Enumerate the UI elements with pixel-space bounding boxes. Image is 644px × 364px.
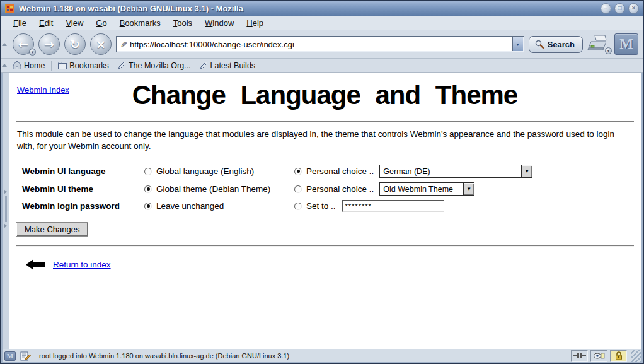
image-manager-indicator[interactable] [590,350,607,362]
password-set-radio[interactable] [294,203,302,210]
reload-button[interactable]: ↻ [64,33,86,55]
theme-select[interactable]: Old Webmin Theme ▼ [379,182,474,196]
forward-icon: → [44,37,54,51]
password-row-label: Webmin login password [22,201,144,211]
sidebar-splitter[interactable] [3,73,9,349]
chevron-down-icon[interactable]: ▼ [521,165,532,177]
toolbar-grippy[interactable] [1,30,8,58]
forward-button[interactable]: → [38,33,60,55]
chevron-down-icon: ▾ [517,42,519,47]
url-history-dropdown[interactable]: ▾ [512,37,523,51]
content-frame: Webmin Index Change Language and Theme T… [1,73,643,349]
bookmark-bookmarks[interactable]: Bookmarks [54,60,113,71]
bookmark-mozilla-org[interactable]: The Mozilla Org... [113,60,195,71]
home-icon [13,61,21,69]
maximize-button[interactable]: □ [614,3,625,14]
password-field[interactable] [342,200,444,212]
composer-component-icon[interactable] [18,351,32,361]
stop-icon: × [96,37,106,51]
expand-icon [4,189,7,194]
theme-personal-radio[interactable] [294,185,302,193]
app-window-icon [5,4,14,13]
left-arrow-icon [26,259,45,270]
online-status-indicator[interactable] [571,350,588,362]
bookmark-tag-icon [200,61,208,69]
language-global-option: Global language (English) [144,167,294,176]
print-dropdown[interactable]: ▾ [605,47,612,54]
close-button[interactable]: × [628,3,639,14]
theme-personal-label: Personal choice .. [306,184,374,194]
make-changes-button[interactable]: Make Changes [16,222,88,237]
menu-file[interactable]: File [7,16,33,30]
language-row-label: Webmin UI language [22,167,144,176]
menu-tools[interactable]: Tools [167,16,198,30]
browser-window: Webmin 1.180 on wasabi (Debian GNU/Linux… [0,0,644,364]
back-icon: ← [18,37,28,51]
language-personal-radio[interactable] [294,168,302,175]
bookmark-latest-builds[interactable]: Latest Builds [195,60,260,71]
plug-icon [573,353,586,359]
language-select-value: German (DE) [383,167,430,176]
back-button[interactable]: ← ▾ [13,33,34,55]
status-bar: M root logged into Webmin 1.180 on wasab… [1,349,643,363]
change-user-form: Webmin UI language Global language (Engl… [22,165,634,212]
sidebar-splitter-grippy[interactable] [4,189,7,228]
search-button-label: Search [548,40,575,49]
reload-icon: ↻ [70,37,80,51]
bookmark-tag-icon [118,61,126,69]
menu-help[interactable]: Help [240,16,270,30]
chevron-down-icon[interactable]: ▼ [463,183,474,195]
divider [16,245,634,247]
navigation-toolbar: ← ▾ → ↻ × ✎ ▾ Search [1,30,643,59]
bookmarks-toolbar: Home Bookmarks The Mozilla Org... Latest… [1,59,643,73]
divider [16,121,634,122]
window-title: Webmin 1.180 on wasabi (Debian GNU/Linux… [19,4,596,13]
menu-bar: File Edit View Go Bookmarks Tools Window… [1,16,643,30]
webmin-index-link[interactable]: Webmin Index [17,85,69,95]
return-to-index-link[interactable]: Return to index [53,260,111,269]
minimize-button[interactable]: − [601,3,611,14]
status-text: root logged into Webmin 1.180 on wasabi.… [35,351,568,361]
expand-icon [4,223,7,228]
url-site-icon: ✎ [120,40,127,49]
back-history-dropdown[interactable]: ▾ [29,49,36,56]
menu-go[interactable]: Go [89,16,113,30]
folder-icon [58,62,67,69]
menu-window[interactable]: Window [198,16,240,30]
password-unchanged-option: Leave unchanged [144,201,294,211]
menu-view[interactable]: View [59,16,89,30]
collapse-icon [2,43,7,46]
stop-button[interactable]: × [90,33,112,55]
security-lock-indicator[interactable] [610,350,627,362]
module-description: This module can be used to change the la… [17,128,617,152]
password-set-label: Set to .. [306,201,336,211]
window-resize-grip[interactable] [631,350,641,362]
language-global-radio[interactable] [144,168,152,175]
menu-edit[interactable]: Edit [33,16,59,30]
bookmark-home[interactable]: Home [8,60,49,71]
eye-icon [594,352,605,360]
theme-personal-option: Personal choice .. Old Webmin Theme ▼ [294,182,634,196]
title-bar[interactable]: Webmin 1.180 on wasabi (Debian GNU/Linux… [1,1,643,16]
mozilla-throbber[interactable]: M [614,33,638,55]
theme-global-radio[interactable] [144,185,152,193]
url-input[interactable] [130,37,510,51]
toolbar-grippy[interactable] [1,59,8,72]
search-button[interactable]: Search [529,36,583,53]
page-title: Change Language and Theme [16,79,634,110]
language-personal-label: Personal choice .. [306,167,374,176]
language-select[interactable]: German (DE) ▼ [379,165,532,178]
theme-global-option: Global theme (Debian Theme) [144,184,294,194]
menu-bookmarks[interactable]: Bookmarks [113,16,167,30]
language-personal-option: Personal choice .. German (DE) ▼ [294,165,634,178]
bookmark-label: Home [24,61,45,70]
password-set-option: Set to .. [294,200,634,212]
theme-select-value: Old Webmin Theme [383,185,453,194]
navigator-component-icon[interactable]: M [4,351,16,361]
mozilla-logo-icon: M [619,36,633,52]
theme-global-label: Global theme (Debian Theme) [156,184,270,194]
separator [51,61,52,71]
lock-icon [615,351,623,360]
print-button[interactable]: ▾ [587,34,610,54]
password-unchanged-radio[interactable] [144,203,152,210]
